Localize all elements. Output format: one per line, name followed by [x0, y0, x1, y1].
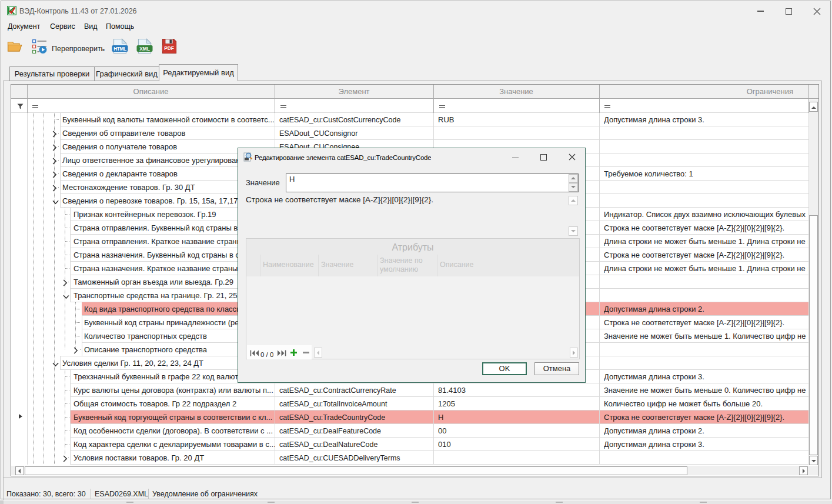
svg-text:XML: XML: [139, 46, 150, 52]
svg-text:PDF: PDF: [164, 45, 174, 51]
svg-text:HTML: HTML: [113, 46, 126, 52]
